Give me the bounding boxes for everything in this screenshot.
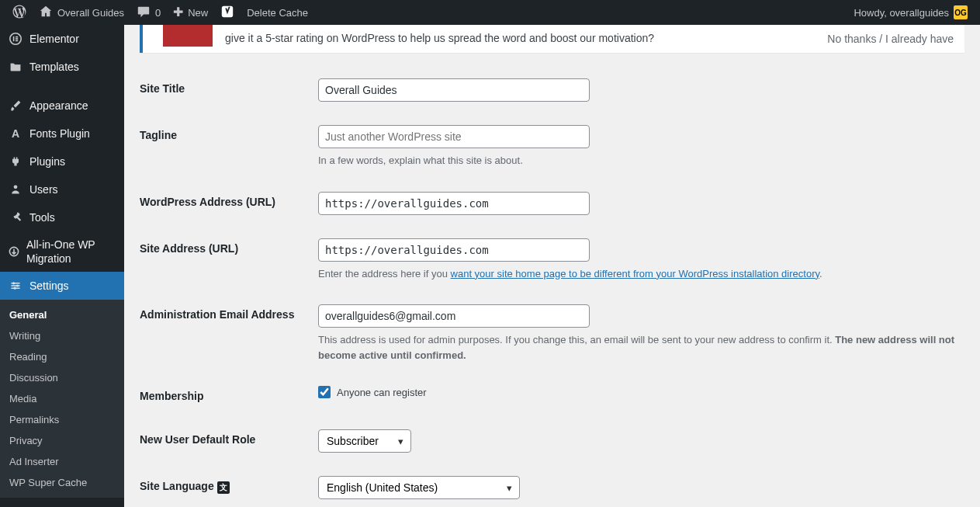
sidebar-item-tools[interactable]: Tools — [0, 203, 124, 231]
folder-icon — [8, 59, 23, 75]
translate-icon: 文 — [217, 481, 230, 494]
sidebar-item-appearance[interactable]: Appearance — [0, 92, 124, 120]
submenu-discussion[interactable]: Discussion — [0, 367, 124, 388]
admin-email-input[interactable] — [318, 304, 590, 328]
sidebar-item-templates[interactable]: Templates — [0, 53, 124, 81]
membership-label: Membership — [140, 374, 310, 418]
wp-url-input[interactable] — [318, 192, 590, 215]
svg-point-6 — [14, 185, 18, 189]
tagline-input[interactable] — [318, 125, 590, 148]
settings-form: Site Title Tagline In a few words, expla… — [140, 67, 964, 507]
wp-logo[interactable] — [6, 0, 33, 25]
plug-icon — [8, 154, 23, 169]
sidebar-item-label: Templates — [29, 61, 79, 73]
svg-point-8 — [12, 283, 15, 285]
avatar: OG — [954, 5, 968, 19]
migration-icon — [8, 244, 20, 259]
content-area: give it a 5-star rating on WordPress to … — [124, 25, 980, 507]
site-name: Overall Guides — [57, 7, 124, 19]
sidebar-item-label: Elementor — [29, 33, 79, 45]
howdy-text: Howdy, overallguides — [854, 7, 949, 19]
notice-text: give it a 5-star rating on WordPress to … — [225, 26, 816, 52]
sliders-icon — [8, 278, 23, 293]
sidebar-item-label: Fonts Plugin — [29, 127, 90, 140]
svg-rect-4 — [16, 38, 18, 40]
membership-checkbox-label: Anyone can register — [337, 387, 427, 398]
rating-notice: give it a 5-star rating on WordPress to … — [140, 25, 964, 53]
font-icon: A — [8, 126, 23, 141]
tagline-help: In a few words, explain what this site i… — [318, 153, 957, 168]
comments-link[interactable]: 0 — [130, 0, 167, 25]
brush-icon — [8, 98, 23, 113]
membership-checkbox[interactable] — [318, 386, 331, 398]
sidebar-item-label: Appearance — [29, 99, 88, 112]
yoast-icon — [220, 5, 234, 21]
sidebar-item-label: Tools — [29, 211, 55, 224]
submenu-privacy[interactable]: Privacy — [0, 430, 124, 451]
svg-rect-5 — [16, 40, 18, 42]
site-title-input[interactable] — [318, 78, 590, 102]
svg-rect-2 — [13, 36, 15, 41]
delete-cache-label: Delete Cache — [247, 7, 308, 19]
admin-bar: Overall Guides 0 ✚New Delete Cache Howdy… — [0, 0, 980, 25]
submenu-permalinks[interactable]: Permalinks — [0, 409, 124, 430]
default-role-label: New User Default Role — [140, 418, 310, 464]
sidebar-item-migration[interactable]: All-in-One WP Migration — [0, 231, 124, 272]
sidebar-item-label: Settings — [29, 280, 69, 292]
sidebar-item-settings[interactable]: Settings — [0, 272, 124, 300]
submenu-general[interactable]: General — [0, 304, 124, 325]
comment-icon — [137, 5, 151, 21]
svg-point-9 — [16, 285, 19, 287]
sidebar-item-label: All-in-One WP Migration — [26, 238, 116, 266]
plus-icon: ✚ — [173, 6, 183, 19]
wp-url-label: WordPress Address (URL) — [140, 180, 310, 227]
home-icon — [39, 5, 53, 21]
submenu-adinserter[interactable]: Ad Inserter — [0, 451, 124, 472]
submenu-wpsupercache[interactable]: WP Super Cache — [0, 472, 124, 493]
admin-email-label: Administration Email Address — [140, 293, 310, 374]
site-url-help-link[interactable]: want your site home page to be different… — [451, 268, 819, 280]
sidebar-item-plugins[interactable]: Plugins — [0, 148, 124, 175]
site-lang-select[interactable]: English (United States) — [318, 476, 520, 499]
site-title-label: Site Title — [140, 67, 310, 113]
new-link[interactable]: ✚New — [167, 0, 214, 25]
site-url-help: Enter the address here if you want your … — [318, 266, 957, 282]
svg-point-10 — [14, 287, 16, 290]
admin-sidebar: Elementor Templates Appearance AFonts Pl… — [0, 25, 124, 507]
admin-email-help: This address is used for admin purposes.… — [318, 332, 957, 363]
sidebar-item-fonts[interactable]: AFonts Plugin — [0, 120, 124, 148]
wrench-icon — [8, 210, 23, 225]
sidebar-item-label: Plugins — [29, 155, 65, 168]
tagline-label: Tagline — [140, 113, 310, 180]
new-label: New — [188, 7, 208, 19]
howdy-link[interactable]: Howdy, overallguidesOG — [847, 0, 974, 25]
settings-submenu: General Writing Reading Discussion Media… — [0, 300, 124, 498]
default-role-select[interactable]: Subscriber — [318, 429, 411, 453]
submenu-reading[interactable]: Reading — [0, 346, 124, 367]
notice-thumbnail — [163, 25, 213, 47]
elementor-icon — [8, 31, 23, 47]
site-name-link[interactable]: Overall Guides — [33, 0, 130, 25]
yoast-link[interactable] — [214, 0, 241, 25]
svg-rect-3 — [16, 36, 18, 38]
delete-cache-link[interactable]: Delete Cache — [241, 0, 314, 25]
site-url-input[interactable] — [318, 238, 590, 262]
submenu-media[interactable]: Media — [0, 388, 124, 409]
wordpress-icon — [12, 5, 26, 21]
notice-dismiss-link[interactable]: No thanks / I already have — [816, 26, 964, 51]
sidebar-item-users[interactable]: Users — [0, 175, 124, 203]
user-icon — [8, 182, 23, 197]
site-lang-label: Site Language文 — [140, 464, 310, 507]
submenu-writing[interactable]: Writing — [0, 325, 124, 346]
sidebar-item-label: Users — [29, 183, 58, 196]
comment-count: 0 — [155, 7, 161, 19]
sidebar-item-elementor[interactable]: Elementor — [0, 25, 124, 53]
site-url-label: Site Address (URL) — [140, 227, 310, 293]
